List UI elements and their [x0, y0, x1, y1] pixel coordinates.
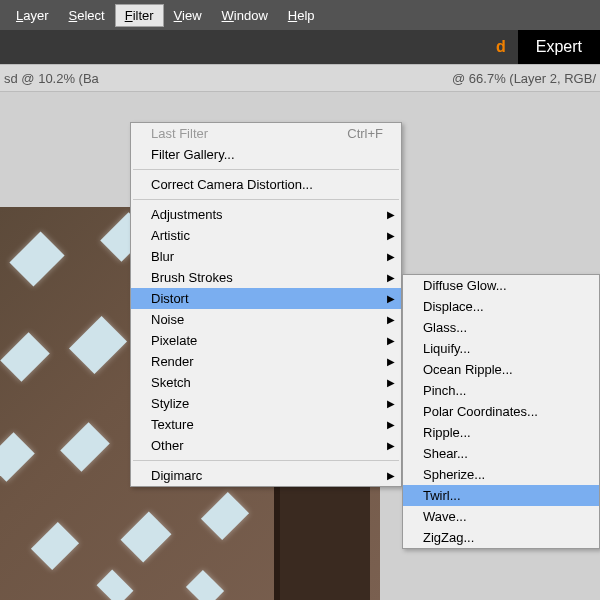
distort-item-ripple[interactable]: Ripple... — [403, 422, 599, 443]
filter-item-blur[interactable]: Blur▶ — [131, 246, 401, 267]
menu-item-label: Stylize — [151, 396, 383, 411]
menu-item-label: Blur — [151, 249, 383, 264]
menu-item-label: Render — [151, 354, 383, 369]
distort-item-shear[interactable]: Shear... — [403, 443, 599, 464]
submenu-arrow-icon: ▶ — [387, 440, 395, 451]
menu-item-label: Distort — [151, 291, 383, 306]
menu-item-label: Pixelate — [151, 333, 383, 348]
filter-item-last-filter: Last FilterCtrl+F — [131, 123, 401, 144]
menu-window[interactable]: Window — [212, 4, 278, 27]
menu-filter[interactable]: Filter — [115, 4, 164, 27]
submenu-arrow-icon: ▶ — [387, 293, 395, 304]
menu-item-label: Filter Gallery... — [151, 147, 383, 162]
menu-item-label: Ocean Ripple... — [423, 362, 581, 377]
document-tab-right[interactable]: @ 66.7% (Layer 2, RGB/ — [452, 71, 600, 86]
submenu-arrow-icon: ▶ — [387, 470, 395, 481]
menu-layer[interactable]: Layer — [6, 4, 59, 27]
menu-item-label: Twirl... — [423, 488, 581, 503]
menu-item-label: Liquify... — [423, 341, 581, 356]
submenu-arrow-icon: ▶ — [387, 356, 395, 367]
distort-item-zigzag[interactable]: ZigZag... — [403, 527, 599, 548]
submenu-arrow-icon: ▶ — [387, 209, 395, 220]
menu-item-label: Digimarc — [151, 468, 383, 483]
filter-item-stylize[interactable]: Stylize▶ — [131, 393, 401, 414]
distort-item-liquify[interactable]: Liquify... — [403, 338, 599, 359]
mode-tabbar: d Expert — [0, 30, 600, 64]
filter-item-texture[interactable]: Texture▶ — [131, 414, 401, 435]
filter-item-render[interactable]: Render▶ — [131, 351, 401, 372]
tab-expert[interactable]: Expert — [518, 30, 600, 64]
menu-item-label: Polar Coordinates... — [423, 404, 581, 419]
menu-separator — [133, 199, 399, 200]
menu-help[interactable]: Help — [278, 4, 325, 27]
menubar: LayerSelectFilterViewWindowHelp — [0, 0, 600, 30]
filter-item-other[interactable]: Other▶ — [131, 435, 401, 456]
distort-item-glass[interactable]: Glass... — [403, 317, 599, 338]
menu-item-label: Texture — [151, 417, 383, 432]
distort-item-diffuse-glow[interactable]: Diffuse Glow... — [403, 275, 599, 296]
filter-item-correct-camera-distortion[interactable]: Correct Camera Distortion... — [131, 174, 401, 195]
submenu-arrow-icon: ▶ — [387, 272, 395, 283]
filter-item-sketch[interactable]: Sketch▶ — [131, 372, 401, 393]
distort-submenu: Diffuse Glow...Displace...Glass...Liquif… — [402, 274, 600, 549]
submenu-arrow-icon: ▶ — [387, 377, 395, 388]
submenu-arrow-icon: ▶ — [387, 251, 395, 262]
distort-item-ocean-ripple[interactable]: Ocean Ripple... — [403, 359, 599, 380]
menu-item-label: Pinch... — [423, 383, 581, 398]
menu-item-label: Correct Camera Distortion... — [151, 177, 383, 192]
distort-item-pinch[interactable]: Pinch... — [403, 380, 599, 401]
filter-item-adjustments[interactable]: Adjustments▶ — [131, 204, 401, 225]
menu-item-label: Last Filter — [151, 126, 327, 141]
menu-item-label: Adjustments — [151, 207, 383, 222]
canvas-area: Last FilterCtrl+FFilter Gallery...Correc… — [0, 92, 600, 600]
menu-separator — [133, 169, 399, 170]
filter-item-distort[interactable]: Distort▶ — [131, 288, 401, 309]
submenu-arrow-icon: ▶ — [387, 335, 395, 346]
submenu-arrow-icon: ▶ — [387, 230, 395, 241]
menu-item-label: Shear... — [423, 446, 581, 461]
menu-item-label: Artistic — [151, 228, 383, 243]
submenu-arrow-icon: ▶ — [387, 419, 395, 430]
menu-item-label: Other — [151, 438, 383, 453]
menu-item-label: Brush Strokes — [151, 270, 383, 285]
menu-item-label: Glass... — [423, 320, 581, 335]
filter-menu: Last FilterCtrl+FFilter Gallery...Correc… — [130, 122, 402, 487]
filter-item-pixelate[interactable]: Pixelate▶ — [131, 330, 401, 351]
distort-item-polar-coordinates[interactable]: Polar Coordinates... — [403, 401, 599, 422]
menu-item-label: Sketch — [151, 375, 383, 390]
distort-item-displace[interactable]: Displace... — [403, 296, 599, 317]
filter-item-artistic[interactable]: Artistic▶ — [131, 225, 401, 246]
filter-item-brush-strokes[interactable]: Brush Strokes▶ — [131, 267, 401, 288]
menu-item-label: Wave... — [423, 509, 581, 524]
menu-item-label: Displace... — [423, 299, 581, 314]
filter-item-digimarc[interactable]: Digimarc▶ — [131, 465, 401, 486]
submenu-arrow-icon: ▶ — [387, 314, 395, 325]
distort-item-twirl[interactable]: Twirl... — [403, 485, 599, 506]
mode-indicator: d — [484, 38, 518, 56]
filter-item-filter-gallery[interactable]: Filter Gallery... — [131, 144, 401, 165]
document-tab-bar: sd @ 10.2% (Ba @ 66.7% (Layer 2, RGB/ — [0, 64, 600, 92]
menu-item-label: Noise — [151, 312, 383, 327]
menu-view[interactable]: View — [164, 4, 212, 27]
menu-item-label: ZigZag... — [423, 530, 581, 545]
menu-item-label: Spherize... — [423, 467, 581, 482]
filter-item-noise[interactable]: Noise▶ — [131, 309, 401, 330]
menu-item-label: Diffuse Glow... — [423, 278, 581, 293]
submenu-arrow-icon: ▶ — [387, 398, 395, 409]
menu-select[interactable]: Select — [59, 4, 115, 27]
menu-separator — [133, 460, 399, 461]
distort-item-wave[interactable]: Wave... — [403, 506, 599, 527]
document-tab-left[interactable]: sd @ 10.2% (Ba — [0, 71, 99, 86]
menu-item-label: Ripple... — [423, 425, 581, 440]
menu-shortcut: Ctrl+F — [327, 126, 383, 141]
distort-item-spherize[interactable]: Spherize... — [403, 464, 599, 485]
